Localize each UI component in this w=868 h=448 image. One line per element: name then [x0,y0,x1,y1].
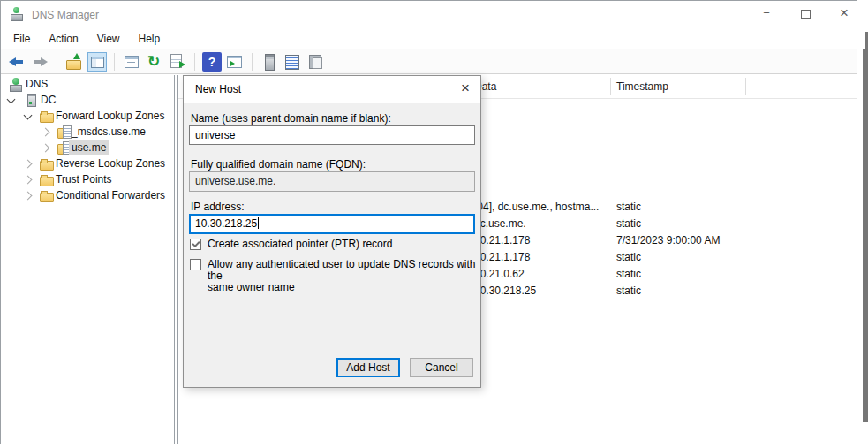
menu-action[interactable]: Action [45,31,81,47]
server-icon[interactable] [260,52,279,72]
tree-item-dc[interactable]: DC [38,93,58,107]
titlebar: DNS Manager [1,1,857,28]
chevron-down-icon[interactable] [24,111,33,120]
cancel-button[interactable]: Cancel [410,358,473,377]
dialog-titlebar: New Host [184,76,480,103]
record-timestamp-cell: static [616,268,641,280]
server-icon [25,94,39,107]
tree-item-conditional-forwarders[interactable]: Conditional Forwarders [53,188,168,202]
tree-row: Conditional Forwarders [1,188,174,204]
fqdn-input-value: universe.use.me. [195,175,275,187]
new-host-dialog: New Host Name (uses parent domain name i… [183,75,481,388]
tree-row: DNS [1,77,174,93]
ip-address-label: IP address: [191,201,244,213]
window-title: DNS Manager [32,9,99,21]
chevron-right-icon[interactable] [42,128,50,137]
fqdn-input[interactable]: universe.use.me. [189,171,475,192]
ptr-checkbox-label: Create associated pointer (PTR) record [208,239,392,250]
dialog-close-icon[interactable] [457,80,473,96]
dialog-title: New Host [195,83,241,95]
text-caret [258,217,259,229]
menu-help[interactable]: Help [135,31,164,47]
export-list-icon[interactable] [168,52,187,72]
folder-icon [40,110,54,123]
name-label: Name (uses parent domain name if blank): [191,112,391,125]
tree-item-forward-lookup-zones[interactable]: Forward Lookup Zones [53,109,167,123]
console-tree-panel: DNSDCForward Lookup Zones_msdcs.use.meus… [1,75,175,444]
minimize-button[interactable] [747,1,786,27]
toolbar-separator [114,53,115,71]
dns-manager-app-icon [10,7,24,21]
tree-row: Reverse Lookup Zones [1,156,174,172]
tree-item--msdcs-use-me[interactable]: _msdcs.use.me [69,125,148,139]
column-separator[interactable] [610,78,611,95]
record-data-cell: 10.30.218.25 [474,285,536,297]
record-data-cell: [04], dc.use.me., hostma... [474,201,599,213]
toolbar-separator [194,53,195,71]
refresh-icon[interactable] [145,52,164,72]
screen: DNS Manager File Action View Help DNSDCF… [0,0,868,448]
name-input[interactable]: universe [189,125,475,145]
tree-row: DC [1,93,174,109]
help-icon[interactable] [202,52,222,72]
allow-update-checkbox-label: Allow any authenticated user to update D… [208,259,480,293]
background-window-edge [863,32,868,422]
record-data-cell: dc.use.me. [474,217,526,230]
menu-bar: File Action View Help [1,28,865,49]
toolbar-separator [252,53,253,71]
record-data-cell: 10.21.1.178 [474,234,530,247]
ip-address-value: 10.30.218.25 [195,217,257,230]
menu-view[interactable]: View [94,31,124,47]
tree-item-dns[interactable]: DNS [23,77,50,91]
name-input-value: universe [195,129,235,141]
record-timestamp-cell: static [616,217,641,230]
menu-file[interactable]: File [10,31,34,47]
tree-row: Trust Points [1,172,174,188]
up-one-level-icon[interactable] [64,52,84,72]
dns-root-icon [10,78,24,91]
record-list-icon[interactable] [283,52,302,72]
folder-icon [40,189,54,202]
tree-item-use-me[interactable]: use.me [69,140,109,155]
allow-update-checkbox[interactable] [190,259,201,270]
close-window-button[interactable] [825,1,864,27]
record-timestamp-cell: 7/31/2023 9:00:00 AM [616,234,720,247]
tree-item-reverse-lookup-zones[interactable]: Reverse Lookup Zones [53,156,168,171]
add-host-button[interactable]: Add Host [336,358,400,377]
column-header-timestamp[interactable]: Timestamp [616,80,668,93]
chevron-right-icon[interactable] [24,160,33,169]
column-separator[interactable] [745,78,746,95]
toolbar-separator [57,53,57,71]
tree-row: Forward Lookup Zones [1,109,174,125]
tree-row: use.me [1,140,174,156]
show-console-tree-icon[interactable] [87,52,107,72]
ip-address-input[interactable]: 10.30.218.25 [189,214,475,234]
chevron-right-icon[interactable] [24,192,33,201]
record-data-cell: 10.21.0.62 [474,268,525,280]
folder-icon [40,173,54,186]
chevron-right-icon[interactable] [24,176,33,185]
toolbar [1,49,857,74]
chevron-down-icon[interactable] [7,95,16,104]
record-timestamp-cell: static [616,201,641,213]
paste-icon[interactable] [306,52,325,72]
new-window-icon[interactable] [225,52,245,72]
tree-item-trust-points[interactable]: Trust Points [53,172,115,186]
ptr-checkbox[interactable] [190,239,201,250]
folder-icon [40,157,54,171]
record-data-cell: 10.21.1.178 [474,251,530,263]
back-icon[interactable] [7,52,26,72]
record-timestamp-cell: static [616,285,641,297]
chevron-right-icon[interactable] [42,144,50,153]
record-timestamp-cell: static [616,251,641,263]
forward-icon[interactable] [30,52,49,72]
fqdn-label: Fully qualified domain name (FQDN): [191,158,366,171]
properties-icon[interactable] [122,52,141,72]
tree-row: _msdcs.use.me [1,125,174,140]
maximize-button[interactable] [786,1,825,27]
